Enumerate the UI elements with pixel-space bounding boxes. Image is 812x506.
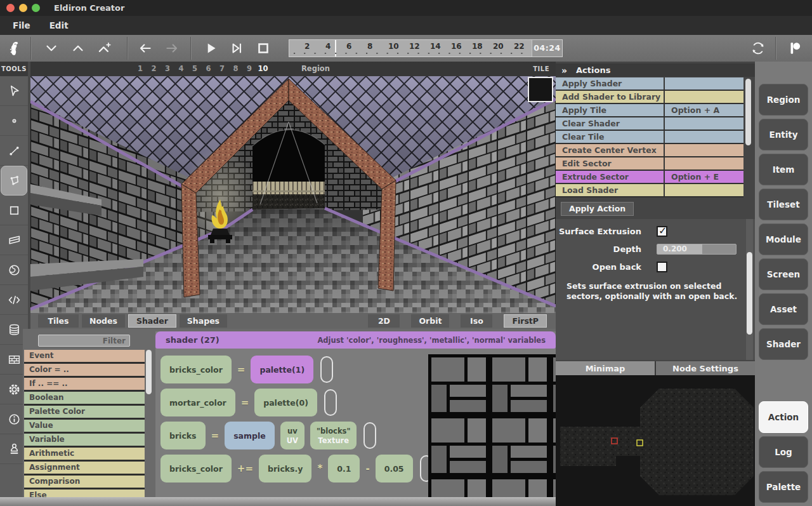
open-back-checkbox[interactable] xyxy=(657,262,667,272)
viewport-number-5[interactable]: 5 xyxy=(188,62,202,76)
node-list-scrollbar[interactable] xyxy=(146,350,152,394)
view-tab-2d[interactable]: 2D xyxy=(368,314,400,328)
graph-node[interactable]: bricks_color xyxy=(160,455,232,483)
viewport-number-1[interactable]: 1 xyxy=(133,62,147,76)
mode-button-screen[interactable]: Screen xyxy=(759,258,808,290)
tab-tiles[interactable]: Tiles xyxy=(38,314,79,328)
node-list-item-if[interactable]: If .. == .. xyxy=(24,378,145,390)
step-button[interactable] xyxy=(226,37,247,59)
minimize-button[interactable] xyxy=(19,4,27,12)
stop-button[interactable] xyxy=(252,37,274,59)
settings-scrollbar[interactable] xyxy=(747,252,752,335)
graph-node[interactable]: "blocks"Texture xyxy=(310,422,357,449)
graph-connector[interactable] xyxy=(320,356,333,383)
node-canvas[interactable]: shader (27) Adjust 'color', 'roughness',… xyxy=(155,331,556,497)
mode-button-item[interactable]: Item xyxy=(759,154,808,185)
tool-sector[interactable] xyxy=(1,166,27,196)
tile-swatch[interactable] xyxy=(528,77,553,102)
action-row-extrude-sector[interactable]: Extrude SectorOption + E xyxy=(556,171,743,183)
panel-button-palette[interactable]: Palette xyxy=(759,471,808,503)
node-list-item-value[interactable]: Value xyxy=(24,420,145,432)
action-row-clear-shader[interactable]: Clear Shader xyxy=(556,117,743,130)
graph-node[interactable]: sample xyxy=(225,422,275,449)
menu-edit[interactable]: Edit xyxy=(49,20,69,30)
graph-connector[interactable] xyxy=(324,389,337,416)
node-list-item-variable[interactable]: Variable xyxy=(24,434,145,446)
action-row-add-shader-to-library[interactable]: Add Shader to Library xyxy=(556,91,743,103)
node-list-item-else[interactable]: Else xyxy=(24,489,145,497)
surface-extrusion-checkbox[interactable] xyxy=(657,226,667,237)
graph-node[interactable]: 0.05 xyxy=(376,455,413,483)
mode-button-region[interactable]: Region xyxy=(759,84,808,116)
node-list-item-color[interactable]: Color = .. xyxy=(24,364,145,376)
panel-button-log[interactable]: Log xyxy=(759,436,808,468)
node-list-item-palette-color[interactable]: Palette Color xyxy=(24,406,145,418)
tool-vertex[interactable] xyxy=(0,106,28,136)
tool-linedef[interactable] xyxy=(0,136,28,166)
graph-node[interactable]: bricks.y xyxy=(259,455,311,483)
menu-file[interactable]: File xyxy=(13,20,30,30)
viewport-3d[interactable] xyxy=(30,76,556,313)
action-row-clear-tile[interactable]: Clear Tile xyxy=(556,131,743,143)
graph-node[interactable]: mortar_color xyxy=(160,389,235,416)
node-list-item-arithmetic[interactable]: Arithmetic xyxy=(24,448,145,460)
action-row-edit-sector[interactable]: Edit Sector xyxy=(556,157,743,170)
action-row-apply-tile[interactable]: Apply TileOption + A xyxy=(556,104,743,116)
graph-node[interactable]: bricks_color xyxy=(160,356,232,383)
node-list-item-boolean[interactable]: Boolean xyxy=(24,392,145,404)
tool-wall[interactable] xyxy=(0,225,28,255)
panel-button-action[interactable]: Action xyxy=(759,401,808,433)
apply-action-button[interactable]: Apply Action xyxy=(561,202,634,216)
close-button[interactable] xyxy=(6,4,15,12)
undo-button[interactable] xyxy=(134,37,156,59)
tool-code[interactable] xyxy=(0,285,28,315)
mode-button-shader[interactable]: Shader xyxy=(759,328,808,360)
filter-input[interactable] xyxy=(38,335,130,347)
graph-node[interactable]: 0.1 xyxy=(328,455,360,483)
add-level-button[interactable] xyxy=(94,37,115,59)
view-tab-firstp[interactable]: FirstP xyxy=(504,314,547,328)
viewport-number-9[interactable]: 9 xyxy=(242,62,256,76)
redo-button[interactable] xyxy=(161,37,183,59)
viewport-number-2[interactable]: 2 xyxy=(147,62,161,76)
node-list-item-comparison[interactable]: Comparison xyxy=(24,476,145,488)
minimap-canvas[interactable] xyxy=(556,375,755,506)
viewport-scene[interactable] xyxy=(30,76,556,313)
action-row-apply-shader[interactable]: Apply Shader xyxy=(556,77,743,90)
move-up-button[interactable] xyxy=(67,37,89,59)
viewport-number-10[interactable]: 10 xyxy=(256,62,270,76)
tool-cursor[interactable] xyxy=(0,76,28,106)
tab-shapes[interactable]: Shapes xyxy=(180,314,227,328)
depth-slider[interactable]: 0.200 xyxy=(657,244,737,255)
view-tab-orbit[interactable]: Orbit xyxy=(411,314,449,328)
tool-rect[interactable] xyxy=(0,196,28,225)
tab-nodes[interactable]: Nodes xyxy=(82,314,125,328)
actions-scrollbar[interactable] xyxy=(745,79,751,145)
mode-button-module[interactable]: Module xyxy=(759,223,808,255)
viewport-number-8[interactable]: 8 xyxy=(229,62,243,76)
graph-node[interactable]: uvUV xyxy=(280,422,304,449)
tab-node-settings[interactable]: Node Settings xyxy=(656,361,755,375)
action-row-create-center-vertex[interactable]: Create Center Vertex xyxy=(556,144,743,156)
viewport-number-7[interactable]: 7 xyxy=(215,62,229,76)
move-down-button[interactable] xyxy=(41,37,62,59)
graph-node[interactable]: bricks xyxy=(160,422,206,449)
timeline-ruler[interactable]: 246810121416182022 04:24 xyxy=(289,39,563,57)
chevrons-right-icon[interactable]: » xyxy=(561,65,567,76)
play-button[interactable] xyxy=(200,37,221,59)
graph-node[interactable]: palette(0) xyxy=(254,389,317,416)
graph-node[interactable]: palette(1) xyxy=(251,356,313,383)
refresh-icon[interactable] xyxy=(747,37,769,59)
minimap[interactable] xyxy=(556,375,755,506)
tool-sphere[interactable] xyxy=(0,255,28,285)
graph-connector[interactable] xyxy=(363,422,376,449)
viewport-number-6[interactable]: 6 xyxy=(202,62,216,76)
mode-button-asset[interactable]: Asset xyxy=(759,293,808,325)
mode-button-entity[interactable]: Entity xyxy=(759,119,808,150)
node-list-item-event[interactable]: Event xyxy=(24,350,145,362)
patreon-icon[interactable] xyxy=(784,37,806,59)
mode-button-tileset[interactable]: Tileset xyxy=(759,189,808,220)
viewport-number-4[interactable]: 4 xyxy=(174,62,188,76)
tab-shader[interactable]: Shader xyxy=(128,314,176,328)
action-row-load-shader[interactable]: Load Shader xyxy=(556,184,743,196)
